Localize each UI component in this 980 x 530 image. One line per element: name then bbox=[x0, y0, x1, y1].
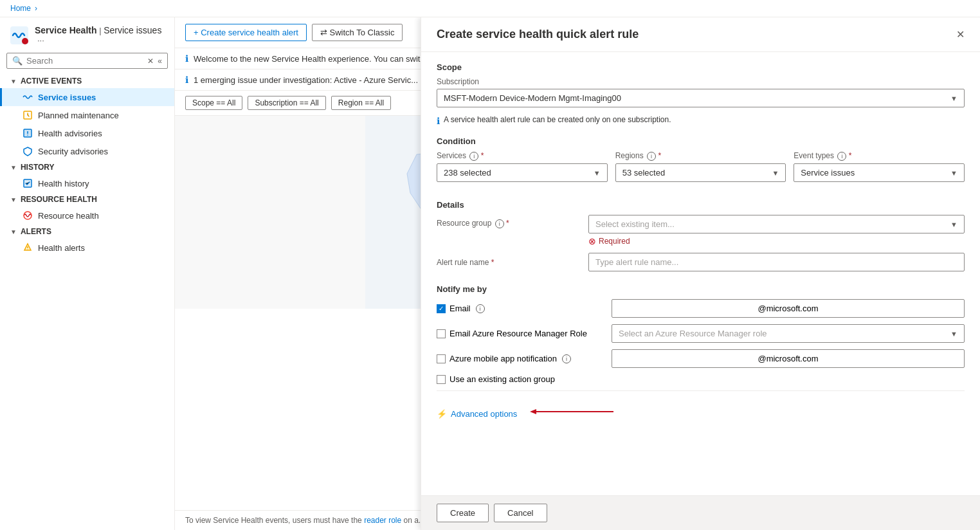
sidebar-item-health-advisories-label: Health advisories bbox=[38, 129, 102, 138]
sidebar-ellipsis[interactable]: ··· bbox=[37, 35, 44, 45]
filter-region[interactable]: Region == All bbox=[331, 96, 391, 110]
sidebar-service-health: Service Health bbox=[35, 25, 97, 35]
event-types-group: Event types i * Service issues ▼ bbox=[794, 151, 965, 182]
sidebar-item-health-history[interactable]: Health history bbox=[0, 174, 174, 192]
svg-marker-19 bbox=[530, 409, 536, 414]
email-input[interactable] bbox=[612, 299, 965, 318]
service-health-logo bbox=[10, 26, 28, 44]
sidebar-item-service-issues[interactable]: Service issues bbox=[0, 88, 174, 106]
regions-value: 53 selected bbox=[622, 168, 666, 178]
arm-role-checkbox[interactable]: Email Azure Resource Manager Role bbox=[437, 329, 587, 338]
condition-row: Services i * 238 selected ▼ Regions i bbox=[437, 151, 965, 190]
alert-rule-label-col: Alert rule name * bbox=[437, 258, 578, 267]
event-types-value: Service issues bbox=[801, 168, 855, 178]
cancel-button[interactable]: Cancel bbox=[494, 504, 547, 522]
sidebar-item-planned-maintenance[interactable]: Planned maintenance bbox=[0, 106, 174, 124]
mobile-label-col: Azure mobile app notification i bbox=[437, 354, 604, 363]
filter-subscription[interactable]: Subscription == All bbox=[248, 96, 325, 110]
services-select[interactable]: 238 selected ▼ bbox=[437, 163, 608, 182]
svg-point-5 bbox=[27, 134, 28, 136]
section-alerts[interactable]: ▼ ALERTS bbox=[0, 224, 174, 239]
section-history[interactable]: ▼ HISTORY bbox=[0, 160, 174, 174]
panel-close-button[interactable]: ✕ bbox=[956, 28, 965, 41]
panel-footer: Create Cancel bbox=[421, 495, 980, 530]
filter-scope[interactable]: Scope == All bbox=[185, 96, 242, 110]
services-info-icon[interactable]: i bbox=[469, 152, 478, 161]
arm-role-placeholder: Select an Azure Resource Manager role bbox=[619, 329, 767, 338]
reader-role-link[interactable]: reader role bbox=[364, 516, 401, 525]
switch-classic-button[interactable]: ⇄ Switch To Classic bbox=[312, 24, 403, 41]
sidebar-item-resource-health[interactable]: Resource health bbox=[0, 206, 174, 224]
search-input[interactable] bbox=[26, 56, 143, 66]
alert-rule-label: Alert rule name * bbox=[437, 258, 578, 267]
alert-panel: Create service health quick alert rule ✕… bbox=[421, 17, 980, 530]
services-label: Services i * bbox=[437, 151, 608, 161]
sidebar-search-box[interactable]: 🔍 ✕ « bbox=[6, 53, 168, 69]
sidebar-header: Service Health | Service issues ··· bbox=[0, 17, 174, 50]
mobile-checkbox-box[interactable] bbox=[437, 354, 446, 363]
section-resource-health[interactable]: ▼ RESOURCE HEALTH bbox=[0, 192, 174, 206]
subscription-label: Subscription bbox=[437, 77, 965, 86]
section-resource-health-label: RESOURCE HEALTH bbox=[21, 195, 97, 204]
clear-icon[interactable]: ✕ bbox=[147, 57, 154, 66]
event-types-info-icon[interactable]: i bbox=[837, 152, 846, 161]
arm-role-checkbox-box[interactable] bbox=[437, 329, 446, 338]
sidebar-item-service-issues-label: Service issues bbox=[38, 93, 96, 102]
sidebar-item-health-history-label: Health history bbox=[38, 179, 89, 188]
email-checkbox[interactable]: Email bbox=[437, 304, 471, 313]
error-icon: ⊗ bbox=[588, 236, 596, 246]
event-types-select[interactable]: Service issues ▼ bbox=[794, 163, 965, 182]
action-group-checkbox-box[interactable] bbox=[437, 375, 446, 384]
sidebar-item-resource-health-label: Resource health bbox=[38, 211, 99, 221]
arm-role-row: Email Azure Resource Manager Role Select… bbox=[437, 324, 965, 343]
chevron-down-icon-history: ▼ bbox=[10, 164, 17, 171]
panel-title: Create service health quick alert rule bbox=[437, 28, 639, 41]
sidebar-item-security-advisories[interactable]: Security advisories bbox=[0, 142, 174, 160]
email-info-icon[interactable]: i bbox=[476, 304, 485, 313]
svg-point-10 bbox=[27, 249, 28, 250]
notify-section-label: Notify me by bbox=[437, 284, 965, 294]
regions-group: Regions i * 53 selected ▼ bbox=[615, 151, 786, 182]
lightning-icon: ⚡ bbox=[437, 409, 447, 419]
regions-info-icon[interactable]: i bbox=[647, 152, 656, 161]
resource-group-select[interactable]: Select existing item... ▼ bbox=[588, 215, 965, 233]
section-active-events[interactable]: ▼ ACTIVE EVENTS bbox=[0, 74, 174, 88]
subscription-note-text: A service health alert rule can be creat… bbox=[444, 115, 671, 124]
create-button[interactable]: Create bbox=[437, 504, 489, 522]
chevron-down-icon-alerts: ▼ bbox=[10, 228, 17, 235]
arm-role-select[interactable]: Select an Azure Resource Manager role ▼ bbox=[612, 324, 965, 343]
section-alerts-label: ALERTS bbox=[21, 227, 51, 236]
action-group-label: Use an existing action group bbox=[449, 374, 555, 384]
condition-section-label: Condition bbox=[437, 136, 965, 146]
resource-group-input-col: Select existing item... ▼ ⊗ Required bbox=[588, 215, 965, 246]
chevron-down-icon: ▼ bbox=[10, 78, 17, 85]
subscription-select[interactable]: MSFT-Modern Device-Modern Mgmt-Imaging00… bbox=[437, 89, 965, 107]
collapse-icon[interactable]: « bbox=[158, 57, 162, 66]
alert-rule-name-input[interactable] bbox=[588, 253, 965, 271]
regions-select[interactable]: 53 selected ▼ bbox=[615, 163, 786, 182]
advanced-options-button[interactable]: ⚡ Advanced options bbox=[437, 404, 517, 424]
breadcrumb-home[interactable]: Home bbox=[10, 4, 31, 13]
mobile-input-col bbox=[612, 349, 965, 368]
action-group-checkbox[interactable]: Use an existing action group bbox=[437, 374, 555, 384]
arm-role-input-col: Select an Azure Resource Manager role ▼ bbox=[612, 324, 965, 343]
mobile-checkbox[interactable]: Azure mobile app notification bbox=[437, 354, 557, 363]
required-text: Required bbox=[599, 237, 630, 246]
advanced-options-label: Advanced options bbox=[451, 409, 517, 419]
email-checkbox-box[interactable] bbox=[437, 304, 446, 313]
alert-rule-input-col bbox=[588, 253, 965, 271]
sidebar-item-health-advisories[interactable]: Health advisories bbox=[0, 124, 174, 142]
create-alert-button[interactable]: + Create service health alert bbox=[185, 24, 307, 41]
mobile-input[interactable] bbox=[612, 349, 965, 368]
info-icon-2: ℹ bbox=[185, 75, 188, 85]
resource-group-info-icon[interactable]: i bbox=[495, 219, 504, 228]
sidebar-item-health-alerts[interactable]: Health alerts bbox=[0, 239, 174, 257]
section-active-events-label: ACTIVE EVENTS bbox=[21, 77, 82, 86]
mobile-info-icon[interactable]: i bbox=[562, 354, 571, 363]
chevron-down-icon-srv: ▼ bbox=[594, 169, 601, 177]
sidebar-item-health-alerts-label: Health alerts bbox=[38, 243, 85, 253]
breadcrumb: Home › bbox=[0, 0, 980, 17]
details-section-label: Details bbox=[437, 200, 965, 210]
sidebar: Service Health | Service issues ··· 🔍 ✕ … bbox=[0, 17, 175, 530]
chevron-down-icon-rg: ▼ bbox=[950, 221, 957, 228]
